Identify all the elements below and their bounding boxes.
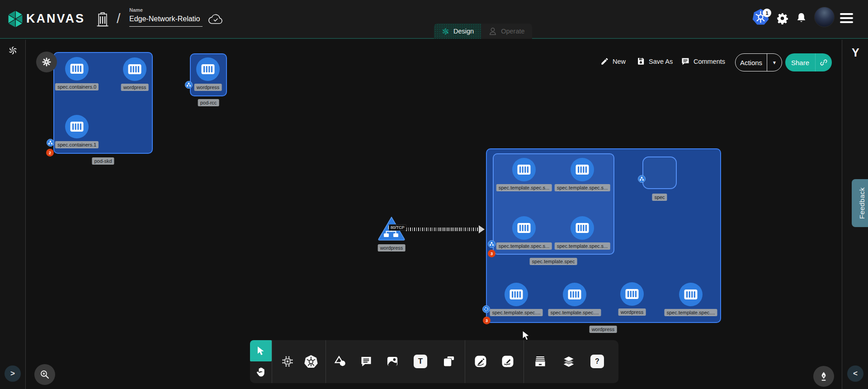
kanvas-logo-icon[interactable] <box>7 9 24 28</box>
group-wordpress-kind-badge[interactable] <box>482 305 490 313</box>
design-spiral-icon <box>441 27 450 36</box>
node-container[interactable]: spec.template.spec.s... <box>571 158 594 181</box>
comments-button[interactable]: Comments <box>681 57 725 66</box>
components-tool-button[interactable] <box>278 352 297 371</box>
menu-hamburger-icon[interactable] <box>840 13 853 23</box>
actions-button[interactable]: Actions ▼ <box>735 53 782 71</box>
pencil-scribble-icon <box>501 355 514 368</box>
cloud-saved-icon <box>208 14 223 25</box>
chip-icon <box>281 355 294 368</box>
user-avatar[interactable] <box>814 7 835 27</box>
zoom-search-button[interactable] <box>34 364 55 385</box>
actions-caret-icon[interactable]: ▼ <box>767 60 782 65</box>
tab-design[interactable]: Design <box>434 24 481 39</box>
cursor-arrow-icon <box>256 346 265 356</box>
floppy-disk-icon <box>637 57 645 66</box>
edge-service-to-deployment[interactable] <box>406 228 480 231</box>
node-container[interactable]: spec.template.spec.... <box>563 283 586 306</box>
operate-astronaut-icon <box>488 27 497 36</box>
layers-tool-button[interactable] <box>559 352 578 371</box>
tab-operate[interactable]: Operate <box>481 24 532 39</box>
pen-line-icon <box>474 355 487 368</box>
validate-y-icon[interactable]: Y <box>852 46 859 59</box>
node-container[interactable]: spec.template.spec.s... <box>512 216 536 240</box>
share-button-label: Share <box>785 59 815 66</box>
node-container[interactable]: spec.template.spec.... <box>679 283 703 306</box>
help-tool-button[interactable]: ? <box>588 352 607 371</box>
group-spec-template-spec-kind-badge[interactable] <box>488 240 495 248</box>
comments-icon <box>681 57 690 66</box>
cluster-flower-button[interactable] <box>36 52 57 72</box>
node-container[interactable]: wordpress <box>620 282 644 306</box>
image-icon <box>386 355 399 368</box>
group-wordpress-error-badge[interactable]: 3 <box>483 317 491 324</box>
feedback-tab[interactable]: Feedback <box>852 179 868 227</box>
pencil-icon <box>600 57 609 66</box>
design-name-input[interactable] <box>129 14 203 27</box>
magnifier-plus-icon <box>39 369 50 380</box>
draw-line-tool-button[interactable] <box>471 352 490 371</box>
hand-icon <box>255 367 266 378</box>
node-container[interactable]: spec.template.spec.... <box>505 283 528 306</box>
text-tool-button[interactable]: T <box>411 352 430 371</box>
group-spec-label: spec <box>652 194 667 201</box>
kubernetes-helm-icon <box>304 354 318 369</box>
pod-sitemap-icon <box>186 82 191 87</box>
collapse-right-panel-button[interactable]: < <box>847 365 863 382</box>
group-wordpress-label: wordpress <box>590 326 617 333</box>
breadcrumb-separator: / <box>117 11 120 26</box>
settings-gear-icon[interactable] <box>776 12 788 24</box>
group-pod-skd-error-badge[interactable]: 2 <box>46 149 54 157</box>
comment-tool-button[interactable] <box>357 352 376 371</box>
tab-design-label: Design <box>453 28 474 35</box>
group-spec-template-spec-error-badge[interactable]: 3 <box>488 250 495 257</box>
node-container[interactable]: wordpress <box>196 57 220 81</box>
canvas-toolbar: T <box>250 340 618 383</box>
node-service-wordpress-label: wordpress <box>378 244 406 251</box>
text-T-icon: T <box>414 355 427 368</box>
expand-left-panel-button[interactable]: > <box>5 365 21 382</box>
pod-sitemap-icon <box>489 242 494 247</box>
toolbar-divider <box>272 340 272 383</box>
layers-icon <box>562 355 576 368</box>
edge-port-label: 80/TCP <box>389 224 406 231</box>
comments-button-label: Comments <box>693 58 725 65</box>
shapes-tool-button[interactable] <box>331 352 350 371</box>
building-icon[interactable] <box>96 12 109 27</box>
feedback-tab-label: Feedback <box>858 187 866 219</box>
save-as-button[interactable]: Save As <box>637 57 673 66</box>
brand-name: KANVAS <box>26 12 85 26</box>
deployment-spiral-icon <box>484 307 489 312</box>
image-tool-button[interactable] <box>383 352 402 371</box>
node-container[interactable]: spec.containers.0 <box>65 57 89 81</box>
note-tool-button[interactable] <box>439 352 458 371</box>
group-pod-skd-kind-badge[interactable] <box>47 139 54 147</box>
comment-bubble-icon <box>360 355 373 368</box>
group-spec[interactable] <box>642 157 677 189</box>
group-spec-kind-badge[interactable] <box>638 175 646 183</box>
kubernetes-tool-button[interactable] <box>302 352 321 371</box>
toolbar-divider <box>326 340 326 383</box>
node-container[interactable]: spec.template.spec.s... <box>571 216 594 240</box>
left-sidebar-strip: > <box>0 40 26 389</box>
design-ink-button[interactable] <box>813 366 834 387</box>
kanvas-app: KANVAS / Name <box>0 0 868 389</box>
node-container[interactable]: spec.template.spec.s... <box>512 158 536 181</box>
container-icon <box>568 289 581 300</box>
container-icon <box>128 64 142 75</box>
group-spec-template-spec-label: spec.template.spec <box>530 258 577 265</box>
context-count-badge[interactable]: 1 <box>763 9 771 17</box>
group-spec-template-spec[interactable] <box>493 153 614 255</box>
container-icon <box>517 164 531 175</box>
node-container[interactable]: spec.containers.1 <box>65 115 89 138</box>
new-button[interactable]: New <box>600 57 626 66</box>
node-container[interactable]: wordpress <box>123 57 146 81</box>
draw-freehand-tool-button[interactable] <box>498 352 517 371</box>
copy-link-button[interactable] <box>816 58 832 66</box>
share-button[interactable]: Share <box>785 53 832 71</box>
pan-tool-button[interactable] <box>250 361 272 383</box>
drawer-tool-button[interactable] <box>531 352 550 371</box>
group-pod-rcc-kind-badge[interactable] <box>185 81 193 89</box>
select-tool-button[interactable] <box>250 340 272 361</box>
notifications-bell-icon[interactable] <box>796 12 807 24</box>
